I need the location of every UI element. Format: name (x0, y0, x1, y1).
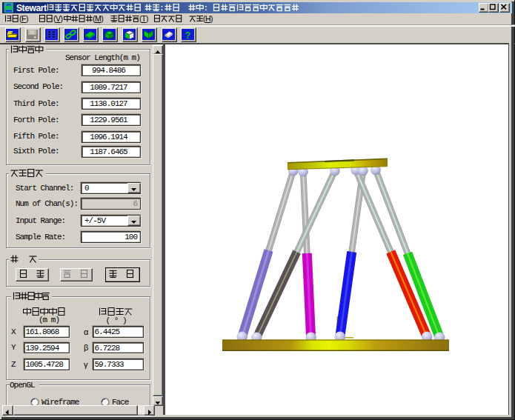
svg-text:?: ? (185, 30, 191, 41)
